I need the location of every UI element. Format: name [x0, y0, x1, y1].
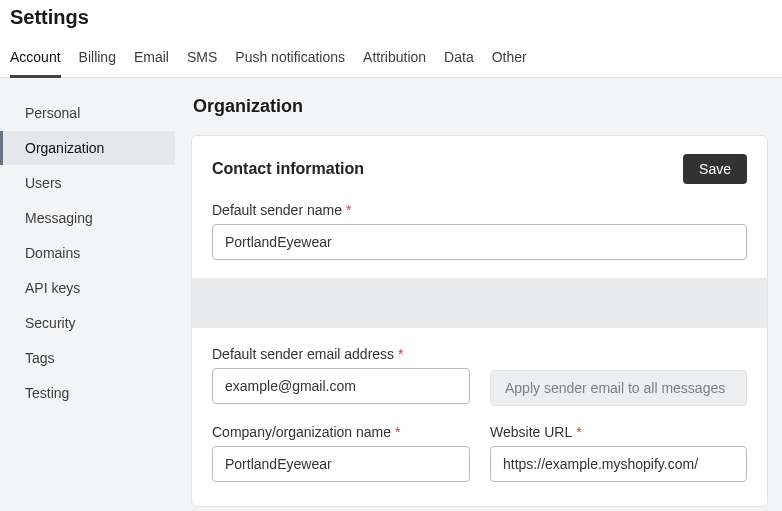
- website-url-input[interactable]: [490, 446, 747, 482]
- contact-info-panel: Contact information Save Default sender …: [191, 135, 768, 507]
- panel-title: Contact information: [212, 160, 364, 178]
- sender-email-label: Default sender email address*: [212, 346, 470, 362]
- tab-push-notifications[interactable]: Push notifications: [235, 39, 345, 77]
- tab-account[interactable]: Account: [10, 39, 61, 77]
- required-mark: *: [395, 424, 400, 440]
- sidebar-item-tags[interactable]: Tags: [0, 341, 175, 375]
- sidebar-item-messaging[interactable]: Messaging: [0, 201, 175, 235]
- tab-attribution[interactable]: Attribution: [363, 39, 426, 77]
- tab-other[interactable]: Other: [492, 39, 527, 77]
- main-content: Organization Contact information Save De…: [175, 78, 782, 511]
- sidebar-item-security[interactable]: Security: [0, 306, 175, 340]
- divider-strip: [192, 278, 767, 328]
- sidebar-item-domains[interactable]: Domains: [0, 236, 175, 270]
- sidebar-item-personal[interactable]: Personal: [0, 96, 175, 130]
- tab-data[interactable]: Data: [444, 39, 474, 77]
- required-mark: *: [576, 424, 581, 440]
- required-mark: *: [346, 202, 351, 218]
- sender-email-input[interactable]: [212, 368, 470, 404]
- sidebar-item-api-keys[interactable]: API keys: [0, 271, 175, 305]
- tabs-bar: Account Billing Email SMS Push notificat…: [0, 39, 782, 78]
- sender-name-label: Default sender name*: [212, 202, 747, 218]
- save-button[interactable]: Save: [683, 154, 747, 184]
- apply-sender-email-button[interactable]: Apply sender email to all messages: [490, 370, 747, 406]
- sidebar: Personal Organization Users Messaging Do…: [0, 78, 175, 511]
- tab-sms[interactable]: SMS: [187, 39, 217, 77]
- page-title: Settings: [0, 0, 782, 39]
- sidebar-item-testing[interactable]: Testing: [0, 376, 175, 410]
- sidebar-item-users[interactable]: Users: [0, 166, 175, 200]
- section-heading: Organization: [193, 96, 768, 117]
- website-url-label: Website URL*: [490, 424, 747, 440]
- company-name-label: Company/organization name*: [212, 424, 470, 440]
- required-mark: *: [398, 346, 403, 362]
- tab-billing[interactable]: Billing: [79, 39, 116, 77]
- sender-name-input[interactable]: [212, 224, 747, 260]
- sidebar-item-organization[interactable]: Organization: [0, 131, 175, 165]
- tab-email[interactable]: Email: [134, 39, 169, 77]
- company-name-input[interactable]: [212, 446, 470, 482]
